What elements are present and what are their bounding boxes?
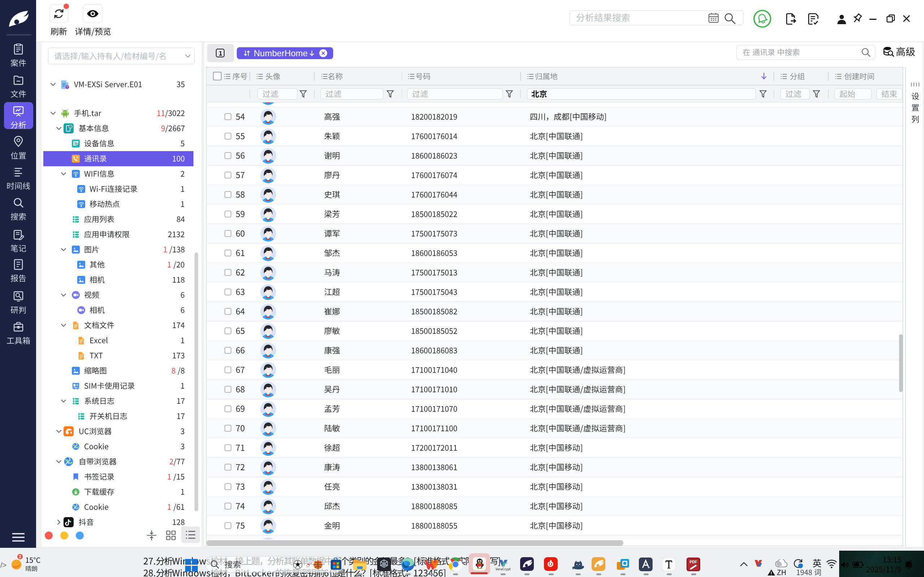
svg-text:PDF: PDF: [690, 560, 697, 564]
svg-text:?: ?: [66, 85, 68, 89]
svg-text:z: z: [909, 563, 911, 567]
